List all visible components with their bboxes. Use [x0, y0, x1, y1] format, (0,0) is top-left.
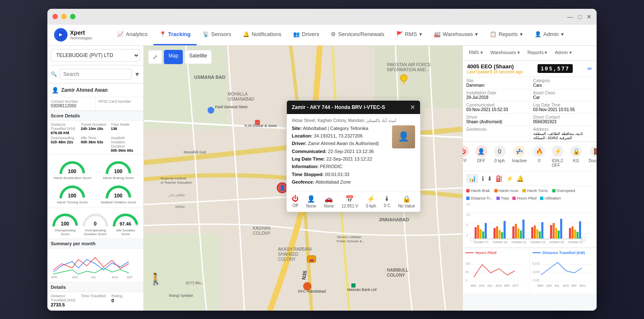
status-zero: 🔥 0 — [533, 145, 545, 168]
svg-rect-128 — [569, 228, 571, 239]
svg-rect-122 — [541, 222, 543, 239]
warehouses-dropdown-icon: ▾ — [475, 31, 478, 37]
svg-text:10: 10 — [466, 213, 470, 217]
minimize-icon[interactable]: — — [567, 13, 573, 20]
right-nav-admin[interactable]: Admin ▾ — [552, 46, 574, 61]
svg-text:October 17,: October 17, — [474, 241, 489, 244]
nav-reports[interactable]: 📋 Reports ▾ — [484, 24, 529, 45]
nav-admin[interactable]: 👤 Admin ▾ — [529, 24, 570, 45]
user-header: 👤 Zamir Ahmed Awan — [47, 83, 143, 97]
close-button[interactable] — [52, 14, 58, 19]
popup-site: Site: Abbottabad | Category Teltonika — [292, 125, 388, 132]
satellite-tab[interactable]: Satellite — [184, 50, 212, 64]
svg-text:COLONY: COLONY — [253, 231, 271, 236]
svg-text:USMANA BAD: USMANA BAD — [194, 75, 226, 80]
popup-driver: Driver: Zamir Ahmed Awan (Is Authorised) — [292, 140, 388, 147]
right-nav-reports[interactable]: Reports ▾ — [525, 46, 550, 61]
svg-text:October 25,: October 25, — [549, 241, 565, 244]
svg-text:0: 0 — [94, 221, 97, 227]
svg-rect-112 — [504, 221, 506, 239]
chart-icon-1[interactable]: 📊 — [466, 174, 478, 183]
chart-icon-5[interactable]: ⚡ — [506, 175, 513, 182]
svg-text:SEP: SEP — [504, 284, 510, 287]
stat-idle: Idle Time 00h 36m 53s — [81, 136, 110, 153]
chart-icon-3[interactable]: ⬇ — [487, 175, 492, 182]
chart-icon-6[interactable]: 🔔 — [517, 175, 524, 182]
svg-text:15: 15 — [466, 202, 470, 206]
gauge-arc-braking: 100 — [105, 158, 132, 175]
user-name: Zamir Ahmed Awan — [61, 87, 108, 93]
legend-harsh-turns: Harsh Turns. — [522, 189, 549, 193]
svg-text:thangi Syedan: thangi Syedan — [169, 293, 193, 298]
svg-text:AUG: AUG — [563, 284, 569, 287]
vehicle-popup: Zamir - AKY 744 - Honda BRV i-VTEC-S ✕ A… — [286, 100, 421, 212]
status-off-1: ⏻ OFF — [462, 145, 469, 168]
detail-asset: Asset Class Car — [530, 89, 597, 101]
status-temp-icon: 🌡 0 C — [384, 195, 390, 208]
expand-map-button[interactable]: ⤢ — [148, 50, 162, 64]
title-bar: — □ ✕ — [47, 9, 597, 25]
minimize-button[interactable] — [61, 14, 67, 19]
chart-icon-4[interactable]: ⛽ — [496, 175, 503, 182]
svg-text:AKASH RABBANI: AKASH RABBANI — [278, 247, 312, 252]
svg-text:MAY: MAY — [470, 284, 477, 287]
nav-services[interactable]: ⚙ Services/Renewals — [325, 24, 390, 45]
gauge-idle-duration: 97.46 Idle Duration Score — [112, 210, 140, 236]
search-input[interactable] — [60, 69, 132, 80]
right-panel: RMS ▾ Warehouses ▾ Reports ▾ Admin ▾ 400… — [462, 46, 597, 311]
company-select[interactable]: TELEBUDGIE (PVT) LTD — [51, 49, 140, 62]
svg-text:5: 5 — [466, 223, 468, 227]
nav-warehouses[interactable]: 🏭 Warehouses ▾ — [428, 24, 484, 45]
nav-drivers[interactable]: 👥 Drivers — [287, 24, 325, 45]
restore-icon[interactable]: □ — [578, 13, 582, 20]
svg-rect-115 — [517, 228, 519, 239]
svg-text:GPGC: GPGC — [175, 205, 185, 209]
popup-details: Site: Abbottabad | Category Teltonika Lo… — [292, 125, 388, 187]
gauge-harsh-accel: 100 Harsh Acceleration Score — [51, 158, 94, 180]
svg-rect-79 — [351, 283, 356, 288]
rms-icon: 🚩 — [396, 31, 403, 37]
main-chart-svg: 15 10 5 0 — [466, 202, 592, 244]
legend-harsh-brak: Harsh Brak. — [466, 189, 491, 193]
logo-sub: Technologies — [70, 36, 92, 40]
svg-text:MAY: MAY — [538, 284, 544, 287]
svg-text:100: 100 — [68, 169, 76, 174]
nav-analytics[interactable]: 📈 Analytics — [111, 24, 153, 45]
maximize-button[interactable] — [70, 14, 75, 19]
svg-text:JUL: JUL — [487, 284, 493, 287]
popup-header: Zamir - AKY 744 - Honda BRV i-VTEC-S ✕ — [287, 101, 420, 114]
nav-sensors[interactable]: 📡 Sensors — [197, 24, 237, 45]
filter-icon[interactable]: ▼ — [134, 71, 140, 78]
close-icon[interactable]: ✕ — [587, 13, 592, 20]
summary-title: Summary per month — [47, 239, 143, 249]
summary-chart-svg: APR MAY JUL AUG SEP — [49, 251, 137, 278]
edit-icon[interactable]: ✏ — [587, 65, 592, 72]
right-nav-warehouses[interactable]: Warehouses ▾ — [488, 46, 522, 61]
right-nav-rms[interactable]: RMS ▾ — [466, 46, 486, 61]
gauge-overspeed-duration: 0 Overspeeding Duration Score — [81, 210, 109, 236]
map-area[interactable]: N35 USMANA BAD MOHALLA USMANABAD MANSOOR… — [144, 46, 462, 311]
admin-icon: 👤 — [535, 31, 541, 37]
svg-text:COLONY: COLONY — [278, 257, 296, 262]
nav-rms[interactable]: 🚩 RMS ▾ — [390, 24, 428, 45]
gauge-arc-accel: 100 — [59, 158, 86, 175]
map-tab[interactable]: Map — [164, 50, 183, 64]
svg-text:100: 100 — [61, 221, 69, 227]
svg-rect-127 — [560, 219, 562, 239]
status-inactive: 💤 Inactive — [512, 145, 527, 168]
status-calendar-icon: 📅 12.851 V — [341, 195, 358, 208]
nav-notifications[interactable]: 🔔 Notifications — [237, 24, 287, 45]
popup-close-button[interactable]: ✕ — [410, 104, 415, 111]
street-view-icon[interactable]: 🚶 — [149, 272, 162, 285]
svg-rect-111 — [501, 232, 503, 239]
svg-text:Musallidi Gali: Musallidi Gali — [184, 150, 206, 154]
details-stats: Distance Travelled (KM) 2733.5 Time Trav… — [47, 292, 143, 309]
stat-travel: Travel Duration 24h 10m 18s — [81, 122, 110, 135]
detail-driver: Driver Shaan (Authorised) — [463, 114, 530, 126]
logo-icon — [54, 28, 68, 41]
chart-icon-2[interactable]: ℹ — [482, 175, 484, 182]
search-icon: 🔍 — [51, 71, 57, 77]
svg-rect-106 — [482, 231, 484, 239]
svg-text:HABIBULL: HABIBULL — [387, 268, 408, 272]
nav-tracking[interactable]: 📍 Tracking — [153, 24, 196, 45]
